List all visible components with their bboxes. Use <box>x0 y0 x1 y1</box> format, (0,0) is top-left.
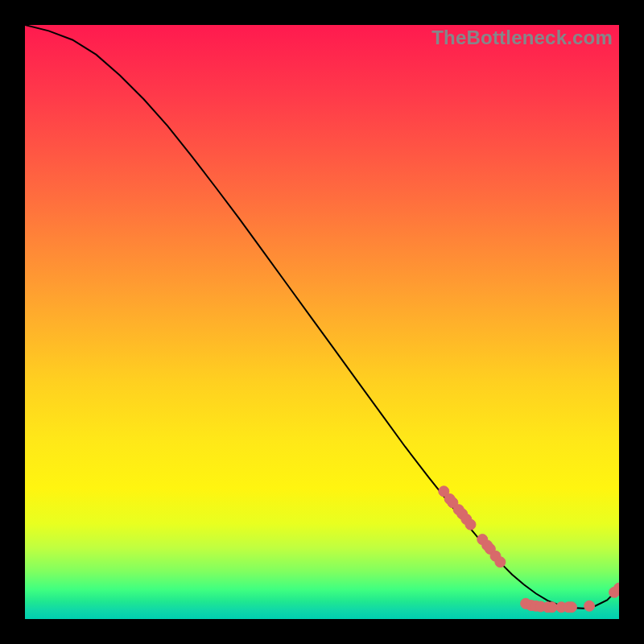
sample-point <box>584 601 595 611</box>
sample-point <box>461 514 472 525</box>
sample-point <box>485 543 495 554</box>
sample-point <box>547 602 557 613</box>
sample-point <box>609 587 619 597</box>
sample-point <box>453 505 464 515</box>
plot-area: TheBottleneck.com <box>25 25 619 619</box>
sample-point <box>444 493 455 504</box>
sample-points <box>439 486 619 613</box>
sample-point <box>448 497 458 508</box>
sample-point <box>482 540 493 551</box>
sample-point <box>521 598 531 609</box>
sample-point <box>530 601 541 611</box>
sample-point <box>526 601 536 611</box>
sample-point <box>457 509 468 519</box>
chart-svg <box>25 25 619 619</box>
sample-point <box>490 551 501 561</box>
sample-point <box>556 602 567 613</box>
sample-point <box>439 486 449 497</box>
watermark-text: TheBottleneck.com <box>431 27 613 49</box>
sample-point <box>564 602 574 613</box>
sample-point <box>477 535 488 545</box>
sample-point <box>566 602 576 613</box>
sample-point <box>614 583 620 593</box>
sample-point <box>495 557 506 568</box>
chart-frame: TheBottleneck.com <box>0 0 644 644</box>
sample-point <box>465 519 476 530</box>
sample-point <box>543 602 553 613</box>
sample-point <box>535 601 546 612</box>
bottleneck-curve <box>25 25 619 609</box>
